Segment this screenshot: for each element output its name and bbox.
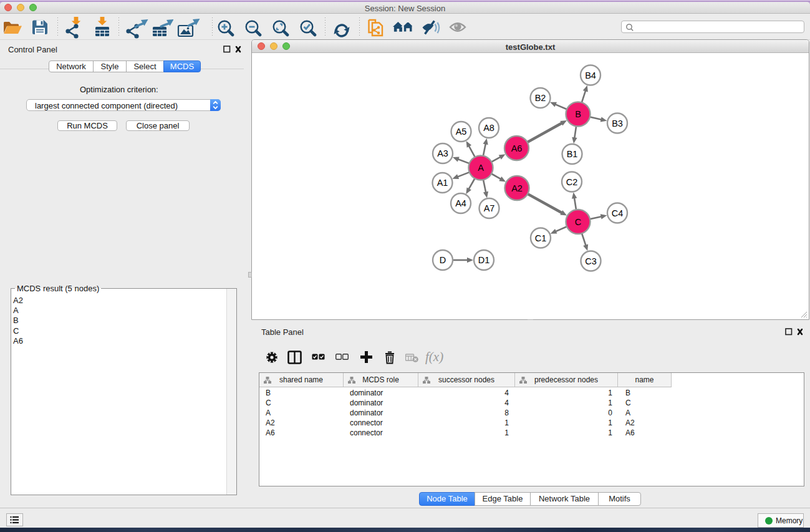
- svg-text:B4: B4: [585, 70, 596, 80]
- svg-text:C2: C2: [566, 177, 578, 187]
- svg-text:C: C: [575, 217, 581, 227]
- svg-text:B3: B3: [612, 118, 623, 128]
- svg-text:C4: C4: [612, 208, 624, 218]
- svg-text:A8: A8: [483, 123, 494, 133]
- svg-text:D1: D1: [478, 255, 490, 265]
- svg-text:A5: A5: [456, 127, 467, 137]
- svg-text:B: B: [575, 109, 581, 119]
- svg-text:A2: A2: [511, 183, 523, 193]
- svg-text:A6: A6: [511, 143, 523, 153]
- svg-text:B1: B1: [567, 149, 578, 159]
- svg-text:B2: B2: [535, 93, 546, 103]
- svg-text:A: A: [478, 163, 484, 173]
- svg-text:C1: C1: [535, 233, 547, 243]
- svg-text:A3: A3: [437, 148, 448, 158]
- svg-text:A1: A1: [437, 178, 448, 188]
- svg-text:A4: A4: [455, 198, 466, 208]
- svg-text:C3: C3: [585, 256, 597, 266]
- svg-text:A7: A7: [484, 203, 495, 213]
- svg-text:D: D: [440, 255, 446, 265]
